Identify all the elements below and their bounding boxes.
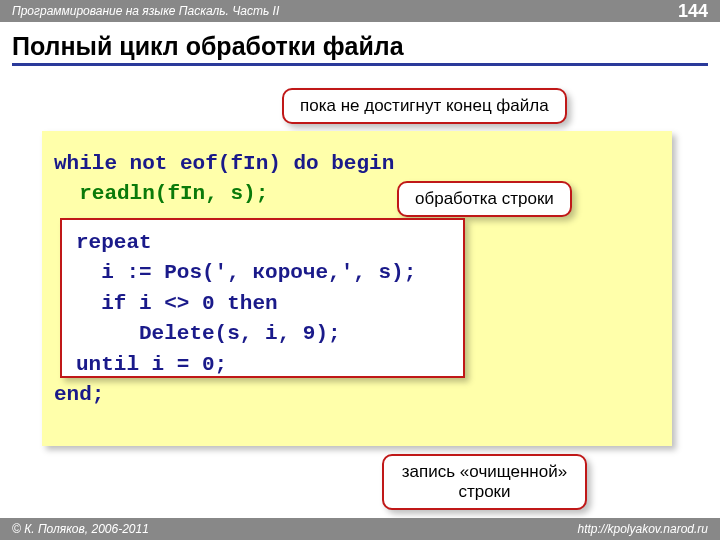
page-title: Полный цикл обработки файла — [12, 32, 708, 61]
inner-repeat: repeat — [76, 228, 449, 258]
callout-write: запись «очищенной» строки — [382, 454, 587, 510]
callout-process: обработка строки — [397, 181, 572, 217]
callout-eof: пока не достигнут конец файла — [282, 88, 567, 124]
code-line-end: end; — [54, 380, 660, 410]
footer-bar: © К. Поляков, 2006-2011 http://kpolyakov… — [0, 518, 720, 540]
inner-delete: Delete(s, i, 9); — [76, 319, 449, 349]
title-rule — [12, 63, 708, 66]
footer-copyright: © К. Поляков, 2006-2011 — [12, 522, 149, 536]
inner-if: if i <> 0 then — [76, 289, 449, 319]
inner-code-block: repeat i := Pos(', короче,', s); if i <>… — [60, 218, 465, 378]
header-bar: Программирование на языке Паскаль. Часть… — [0, 0, 720, 22]
inner-pos: i := Pos(', короче,', s); — [76, 258, 449, 288]
content-area: пока не достигнут конец файла while not … — [12, 76, 708, 506]
footer-url: http://kpolyakov.narod.ru — [577, 522, 708, 536]
breadcrumb: Программирование на языке Паскаль. Часть… — [12, 4, 279, 18]
code-line-while: while not eof(fIn) do begin — [54, 149, 660, 179]
inner-until: until i = 0; — [76, 350, 449, 380]
page-number: 144 — [678, 1, 708, 22]
